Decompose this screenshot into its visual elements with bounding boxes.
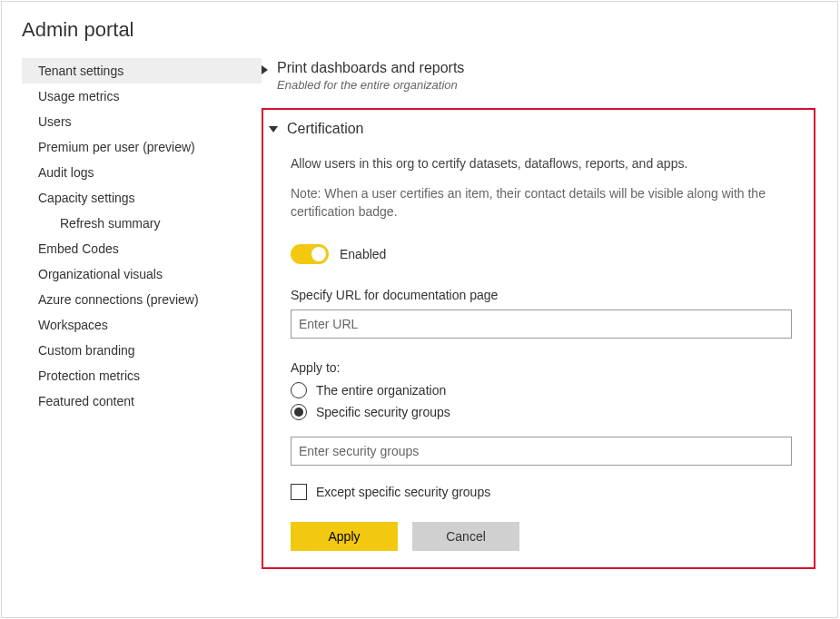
setting-print-header[interactable]: Print dashboards and reports Enabled for… — [262, 58, 828, 92]
button-row: Apply Cancel — [291, 522, 796, 551]
sidebar-item-capacity-settings[interactable]: Capacity settings — [22, 185, 262, 211]
sidebar-item-premium-per-user[interactable]: Premium per user (preview) — [22, 134, 262, 160]
admin-portal: Admin portal Tenant settings Usage metri… — [1, 1, 838, 618]
radio-icon — [291, 404, 307, 420]
except-checkbox-label: Except specific security groups — [316, 485, 490, 499]
sidebar-item-users[interactable]: Users — [22, 109, 262, 134]
radio-icon — [291, 382, 307, 398]
enabled-toggle-row: Enabled — [291, 244, 796, 264]
setting-certification-header[interactable]: Certification — [269, 119, 796, 137]
certification-section: Certification Allow users in this org to… — [262, 108, 815, 569]
setting-print-title: Print dashboards and reports — [277, 60, 464, 76]
certification-description: Allow users in this org to certify datas… — [291, 155, 796, 173]
enabled-toggle-label: Enabled — [340, 247, 386, 261]
sidebar-item-embed-codes[interactable]: Embed Codes — [22, 236, 262, 261]
sidebar-item-tenant-settings[interactable]: Tenant settings — [22, 58, 262, 84]
sidebar-item-audit-logs[interactable]: Audit logs — [22, 160, 262, 185]
setting-print-subtitle: Enabled for the entire organization — [277, 78, 464, 92]
radio-specific-groups-label: Specific security groups — [316, 405, 450, 419]
apply-button[interactable]: Apply — [291, 522, 398, 551]
sidebar-item-custom-branding[interactable]: Custom branding — [22, 338, 262, 363]
chevron-right-icon — [262, 65, 268, 74]
sidebar-item-org-visuals[interactable]: Organizational visuals — [22, 261, 262, 287]
certification-note: Note: When a user certifies an item, the… — [291, 184, 796, 221]
apply-to-label: Apply to: — [291, 360, 796, 375]
radio-entire-org-label: The entire organization — [316, 383, 446, 398]
sidebar-item-workspaces[interactable]: Workspaces — [22, 312, 262, 338]
radio-specific-groups[interactable]: Specific security groups — [291, 404, 796, 420]
columns: Tenant settings Usage metrics Users Prem… — [2, 58, 837, 617]
security-groups-input[interactable] — [291, 437, 792, 466]
radio-entire-org[interactable]: The entire organization — [291, 382, 796, 398]
page-title: Admin portal — [2, 18, 837, 58]
apply-to-section: Apply to: The entire organization Specif… — [291, 360, 796, 420]
sidebar-item-featured-content[interactable]: Featured content — [22, 388, 262, 414]
setting-certification-title: Certification — [287, 121, 363, 137]
sidebar-item-usage-metrics[interactable]: Usage metrics — [22, 84, 262, 109]
url-input[interactable] — [291, 310, 792, 339]
checkbox-icon — [291, 484, 307, 500]
enabled-toggle[interactable] — [291, 244, 329, 264]
sidebar-item-protection-metrics[interactable]: Protection metrics — [22, 363, 262, 388]
toggle-knob — [311, 247, 326, 261]
security-groups-input-wrap — [291, 437, 796, 466]
except-checkbox-row[interactable]: Except specific security groups — [291, 484, 796, 500]
cancel-button[interactable]: Cancel — [412, 522, 519, 551]
sidebar-item-azure-connections[interactable]: Azure connections (preview) — [22, 287, 262, 312]
certification-body: Allow users in this org to certify datas… — [269, 137, 796, 551]
main-content: Print dashboards and reports Enabled for… — [262, 58, 837, 617]
sidebar-item-refresh-summary[interactable]: Refresh summary — [22, 211, 262, 236]
chevron-down-icon — [269, 126, 278, 133]
url-label: Specify URL for documentation page — [291, 288, 796, 302]
sidebar: Tenant settings Usage metrics Users Prem… — [2, 58, 262, 617]
